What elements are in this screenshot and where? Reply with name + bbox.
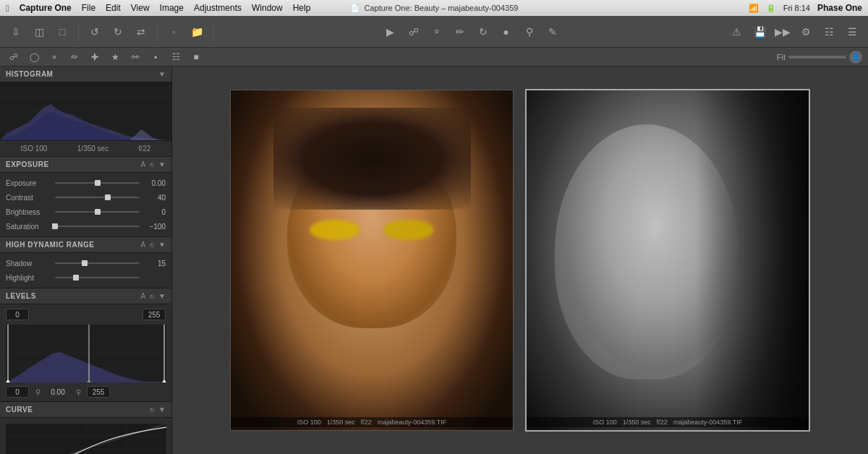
histogram-header[interactable]: HISTOGRAM ▼ xyxy=(0,67,171,82)
shadow-slider[interactable] xyxy=(55,257,140,269)
cursor-tool[interactable]: ▶ xyxy=(380,22,401,42)
back-btn[interactable]: ⇩ xyxy=(6,22,26,42)
layout-btn[interactable]: ☷ xyxy=(819,22,839,42)
exposure-reset-icon[interactable]: ⎋ xyxy=(150,160,154,168)
menu-adjustments[interactable]: Adjustments xyxy=(194,3,242,13)
histogram-chevron-icon[interactable]: ▼ xyxy=(158,70,166,78)
capture-btn[interactable]: □ xyxy=(52,22,72,42)
exposure-chevron-icon[interactable]: ▼ xyxy=(158,160,166,168)
lasso-tool[interactable]: ⚬ xyxy=(427,22,447,42)
picker-tool[interactable]: ⚲ xyxy=(519,22,540,42)
menu-file[interactable]: File xyxy=(82,3,95,13)
move-btn[interactable]: ◦ xyxy=(163,22,184,42)
levels-auto-icon[interactable]: A xyxy=(140,292,145,300)
curve-chevron-icon[interactable]: ▼ xyxy=(158,406,166,414)
brightness-track xyxy=(55,211,140,213)
tool-heal[interactable]: ✚ xyxy=(87,49,103,65)
hdr-section: HIGH DYNAMIC RANGE A ⎋ ▼ Shadow 15 xyxy=(0,237,171,288)
annotate-tool[interactable]: ✎ xyxy=(542,22,563,42)
menu-view[interactable]: View xyxy=(131,3,150,13)
iso-value: ISO 100 xyxy=(21,145,48,153)
fit-slider[interactable] xyxy=(788,56,846,59)
exposure-auto-icon[interactable]: A xyxy=(140,160,145,168)
folder-btn[interactable]: 📁 xyxy=(187,22,207,42)
exposure-thumb[interactable] xyxy=(95,180,101,186)
curve-header[interactable]: CURVE ⎋ ▼ xyxy=(0,402,171,418)
hdr-header[interactable]: HIGH DYNAMIC RANGE A ⎋ ▼ xyxy=(0,237,171,253)
reset-btn[interactable]: ⇄ xyxy=(131,22,151,42)
eye-makeup-left xyxy=(310,220,360,240)
hdr-chevron-icon[interactable]: ▼ xyxy=(158,241,166,249)
process-btn[interactable]: ▶▶ xyxy=(773,22,793,42)
levels-input-white[interactable] xyxy=(142,309,166,320)
shadow-thumb[interactable] xyxy=(82,260,88,266)
highlight-thumb[interactable] xyxy=(73,275,79,280)
curve-reset-icon[interactable]: ⎋ xyxy=(150,406,154,414)
menu-image[interactable]: Image xyxy=(160,3,184,13)
brightness-slider[interactable] xyxy=(55,206,140,218)
rotate-tool[interactable]: ↻ xyxy=(473,22,493,42)
hdr-auto-icon[interactable]: A xyxy=(140,241,145,249)
levels-chevron-icon[interactable]: ▼ xyxy=(158,292,166,300)
import-btn[interactable]: ◫ xyxy=(29,22,49,42)
menu-edit[interactable]: Edit xyxy=(106,3,121,13)
toolbar-sep-1 xyxy=(78,23,79,40)
tool-lasso2[interactable]: ⚬ xyxy=(46,49,62,65)
app-name[interactable]: Capture One xyxy=(20,3,72,13)
panels-btn[interactable]: ☰ xyxy=(842,22,862,42)
zoom-tool[interactable]: ☍ xyxy=(404,22,424,42)
warn-btn[interactable]: ⚠ xyxy=(726,22,746,42)
brightness-thumb[interactable] xyxy=(95,209,101,215)
highlight-slider[interactable] xyxy=(55,272,140,283)
undo-btn[interactable]: ↺ xyxy=(85,22,105,42)
tool-grid[interactable]: ☷ xyxy=(168,49,184,65)
tool-grid2[interactable]: ■ xyxy=(188,49,204,65)
levels-header[interactable]: LEVELS A ⎋ ▼ xyxy=(0,288,171,304)
shadow-label: Shadow xyxy=(6,260,55,267)
menu-window[interactable]: Window xyxy=(252,3,283,13)
contrast-thumb[interactable] xyxy=(105,194,111,200)
tool-color2[interactable]: ▪ xyxy=(148,49,163,65)
menu-help[interactable]: Help xyxy=(293,3,311,13)
eyedropper-white-btn[interactable]: ⚲ xyxy=(72,386,84,398)
menubar:  Capture One File Edit View Image Adjus… xyxy=(0,0,868,16)
hdr-reset-icon[interactable]: ⎋ xyxy=(150,241,154,249)
saturation-thumb[interactable] xyxy=(52,223,58,229)
saturation-slider[interactable] xyxy=(55,220,140,232)
redo-btn[interactable]: ↻ xyxy=(108,22,128,42)
battery-icon: 🔋 xyxy=(766,4,776,13)
toolbar-center: ▶ ☍ ⚬ ✏ ↻ ● ⚲ ✎ xyxy=(219,22,723,42)
tool-crop2[interactable]: ✏ xyxy=(67,49,82,65)
exposure-slider[interactable] xyxy=(55,177,140,189)
tool-spot[interactable]: ⚯ xyxy=(127,49,143,65)
levels-reset-icon[interactable]: ⎋ xyxy=(150,292,154,300)
tools-toolbar: ☍ ◯ ⚬ ✏ ✚ ★ ⚯ ▪ ☷ ■ Fit 👤 xyxy=(0,48,868,67)
settings-btn[interactable]: ⚙ xyxy=(796,22,816,42)
fit-label: Fit xyxy=(777,53,786,61)
levels-content: ⚲ 0.00 ⚲ xyxy=(0,304,171,401)
exposure-header[interactable]: EXPOSURE A ⎋ ▼ xyxy=(0,157,171,173)
contrast-slider[interactable] xyxy=(55,192,140,203)
photo-bw-wrapper: ISO 100 1/350 sec f/22 majabeauty-004359… xyxy=(525,89,810,432)
tool-circle[interactable]: ◯ xyxy=(26,49,42,65)
user-avatar[interactable]: 👤 xyxy=(849,51,862,64)
apple-logo-icon[interactable]:  xyxy=(6,3,9,14)
levels-out-black[interactable] xyxy=(6,386,29,398)
levels-out-white[interactable] xyxy=(87,386,110,398)
tool-magnify[interactable]: ☍ xyxy=(6,49,22,65)
curve-canvas xyxy=(6,424,166,454)
color-photo-iso: ISO 100 xyxy=(297,419,321,426)
tool-clone[interactable]: ★ xyxy=(107,49,123,65)
contrast-value: 40 xyxy=(140,194,166,202)
eye-makeup-right xyxy=(383,220,434,240)
shutter-value: 1/350 sec xyxy=(77,145,109,153)
toolbar-sep-3 xyxy=(213,23,213,40)
color-tool[interactable]: ● xyxy=(496,22,516,42)
shadow-track xyxy=(55,262,140,264)
eyedropper-black-btn[interactable]: ⚲ xyxy=(32,386,43,398)
export-btn[interactable]: 💾 xyxy=(749,22,770,42)
highlight-label: Highlight xyxy=(6,274,55,282)
levels-input-row xyxy=(0,307,171,322)
crop-tool[interactable]: ✏ xyxy=(450,22,470,42)
levels-input-black[interactable] xyxy=(6,309,29,320)
